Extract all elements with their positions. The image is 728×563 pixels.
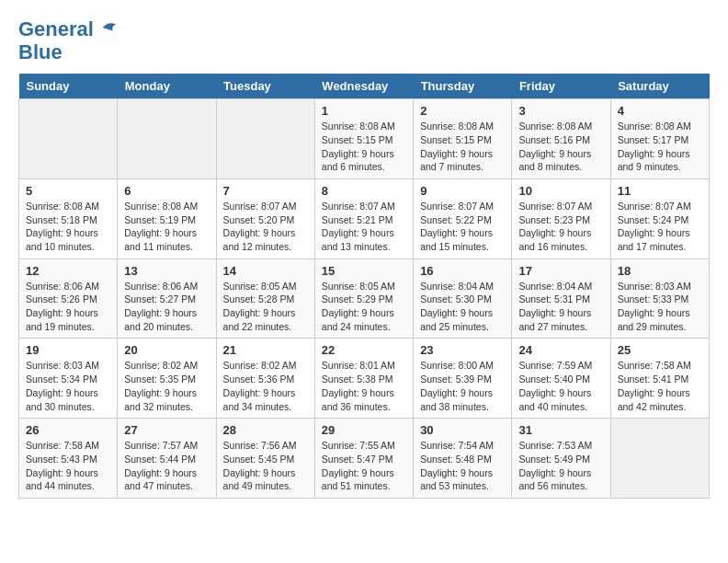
day-number: 28 xyxy=(223,423,308,437)
calendar-cell: 18Sunrise: 8:03 AM Sunset: 5:33 PM Dayli… xyxy=(610,259,709,339)
day-detail: Sunrise: 8:03 AM Sunset: 5:33 PM Dayligh… xyxy=(618,280,702,334)
calendar-cell: 6Sunrise: 8:08 AM Sunset: 5:19 PM Daylig… xyxy=(118,178,216,259)
calendar-cell: 10Sunrise: 8:07 AM Sunset: 5:23 PM Dayli… xyxy=(512,178,610,259)
day-number: 22 xyxy=(322,343,406,357)
day-detail: Sunrise: 8:08 AM Sunset: 5:17 PM Dayligh… xyxy=(618,120,702,174)
day-detail: Sunrise: 8:08 AM Sunset: 5:15 PM Dayligh… xyxy=(420,120,505,174)
calendar-cell: 20Sunrise: 8:02 AM Sunset: 5:35 PM Dayli… xyxy=(118,339,216,419)
day-detail: Sunrise: 8:07 AM Sunset: 5:21 PM Dayligh… xyxy=(322,200,406,254)
calendar-cell: 14Sunrise: 8:05 AM Sunset: 5:28 PM Dayli… xyxy=(216,259,314,339)
calendar-cell: 13Sunrise: 8:06 AM Sunset: 5:27 PM Dayli… xyxy=(118,259,216,339)
day-detail: Sunrise: 8:08 AM Sunset: 5:16 PM Dayligh… xyxy=(518,120,603,174)
day-number: 15 xyxy=(322,264,406,278)
calendar-table: SundayMondayTuesdayWednesdayThursdayFrid… xyxy=(18,74,710,499)
weekday-header-monday: Monday xyxy=(118,74,216,99)
day-number: 4 xyxy=(618,104,702,118)
weekday-header-wednesday: Wednesday xyxy=(314,74,413,99)
weekday-header-tuesday: Tuesday xyxy=(216,74,314,99)
week-row-2: 12Sunrise: 8:06 AM Sunset: 5:26 PM Dayli… xyxy=(19,259,710,339)
day-number: 3 xyxy=(518,104,603,118)
day-number: 18 xyxy=(618,264,702,278)
day-detail: Sunrise: 8:05 AM Sunset: 5:29 PM Dayligh… xyxy=(322,280,406,334)
day-detail: Sunrise: 8:08 AM Sunset: 5:19 PM Dayligh… xyxy=(124,200,209,254)
day-detail: Sunrise: 8:08 AM Sunset: 5:18 PM Dayligh… xyxy=(26,200,110,254)
calendar-cell: 28Sunrise: 7:56 AM Sunset: 5:45 PM Dayli… xyxy=(216,419,314,499)
page-header: General Blue xyxy=(18,18,710,64)
day-detail: Sunrise: 7:59 AM Sunset: 5:40 PM Dayligh… xyxy=(518,359,603,413)
day-number: 31 xyxy=(518,423,603,437)
day-number: 30 xyxy=(420,423,505,437)
logo: General Blue xyxy=(18,18,118,64)
day-detail: Sunrise: 8:02 AM Sunset: 5:35 PM Dayligh… xyxy=(124,359,209,413)
calendar-cell: 4Sunrise: 8:08 AM Sunset: 5:17 PM Daylig… xyxy=(610,99,709,179)
day-number: 20 xyxy=(124,343,209,357)
day-detail: Sunrise: 8:08 AM Sunset: 5:15 PM Dayligh… xyxy=(322,120,406,174)
calendar-cell: 27Sunrise: 7:57 AM Sunset: 5:44 PM Dayli… xyxy=(118,419,216,499)
calendar-cell: 3Sunrise: 8:08 AM Sunset: 5:16 PM Daylig… xyxy=(512,99,610,179)
day-detail: Sunrise: 8:07 AM Sunset: 5:22 PM Dayligh… xyxy=(420,200,505,254)
calendar-cell: 8Sunrise: 8:07 AM Sunset: 5:21 PM Daylig… xyxy=(314,178,413,259)
day-detail: Sunrise: 7:55 AM Sunset: 5:47 PM Dayligh… xyxy=(322,439,406,493)
day-detail: Sunrise: 8:05 AM Sunset: 5:28 PM Dayligh… xyxy=(223,280,308,334)
day-number: 17 xyxy=(518,264,603,278)
week-row-0: 1Sunrise: 8:08 AM Sunset: 5:15 PM Daylig… xyxy=(19,99,710,179)
calendar-cell xyxy=(118,99,216,179)
calendar-cell: 30Sunrise: 7:54 AM Sunset: 5:48 PM Dayli… xyxy=(414,419,512,499)
day-detail: Sunrise: 8:04 AM Sunset: 5:31 PM Dayligh… xyxy=(518,280,603,334)
day-number: 5 xyxy=(26,184,110,198)
day-number: 25 xyxy=(618,343,702,357)
day-detail: Sunrise: 8:00 AM Sunset: 5:39 PM Dayligh… xyxy=(420,359,505,413)
day-number: 11 xyxy=(618,184,702,198)
calendar-cell: 12Sunrise: 8:06 AM Sunset: 5:26 PM Dayli… xyxy=(19,259,118,339)
day-number: 29 xyxy=(322,423,406,437)
day-number: 26 xyxy=(26,423,110,437)
calendar-cell: 29Sunrise: 7:55 AM Sunset: 5:47 PM Dayli… xyxy=(314,419,413,499)
calendar-cell: 7Sunrise: 8:07 AM Sunset: 5:20 PM Daylig… xyxy=(216,178,314,259)
day-number: 23 xyxy=(420,343,505,357)
day-detail: Sunrise: 8:07 AM Sunset: 5:24 PM Dayligh… xyxy=(618,200,702,254)
day-number: 9 xyxy=(420,184,505,198)
day-number: 2 xyxy=(420,104,505,118)
day-number: 27 xyxy=(124,423,209,437)
day-number: 8 xyxy=(322,184,406,198)
day-detail: Sunrise: 8:02 AM Sunset: 5:36 PM Dayligh… xyxy=(223,359,308,413)
day-detail: Sunrise: 8:07 AM Sunset: 5:23 PM Dayligh… xyxy=(518,200,603,254)
day-number: 10 xyxy=(518,184,603,198)
calendar-cell: 31Sunrise: 7:53 AM Sunset: 5:49 PM Dayli… xyxy=(512,419,610,499)
day-number: 24 xyxy=(518,343,603,357)
day-detail: Sunrise: 7:56 AM Sunset: 5:45 PM Dayligh… xyxy=(223,439,308,493)
day-number: 12 xyxy=(26,264,110,278)
calendar-cell xyxy=(610,419,709,499)
calendar-cell: 22Sunrise: 8:01 AM Sunset: 5:38 PM Dayli… xyxy=(314,339,413,419)
calendar-cell: 2Sunrise: 8:08 AM Sunset: 5:15 PM Daylig… xyxy=(414,99,512,179)
calendar-cell: 16Sunrise: 8:04 AM Sunset: 5:30 PM Dayli… xyxy=(414,259,512,339)
calendar-cell: 1Sunrise: 8:08 AM Sunset: 5:15 PM Daylig… xyxy=(314,99,413,179)
day-detail: Sunrise: 8:03 AM Sunset: 5:34 PM Dayligh… xyxy=(26,359,110,413)
day-number: 19 xyxy=(26,343,110,357)
calendar-cell: 21Sunrise: 8:02 AM Sunset: 5:36 PM Dayli… xyxy=(216,339,314,419)
calendar-cell: 15Sunrise: 8:05 AM Sunset: 5:29 PM Dayli… xyxy=(314,259,413,339)
day-detail: Sunrise: 8:06 AM Sunset: 5:26 PM Dayligh… xyxy=(26,280,110,334)
logo-bird-icon xyxy=(101,19,118,36)
weekday-header-thursday: Thursday xyxy=(414,74,512,99)
day-detail: Sunrise: 8:04 AM Sunset: 5:30 PM Dayligh… xyxy=(420,280,505,334)
week-row-4: 26Sunrise: 7:58 AM Sunset: 5:43 PM Dayli… xyxy=(19,419,710,499)
day-detail: Sunrise: 7:57 AM Sunset: 5:44 PM Dayligh… xyxy=(124,439,209,493)
calendar-cell xyxy=(216,99,314,179)
weekday-header-saturday: Saturday xyxy=(610,74,709,99)
calendar-cell xyxy=(19,99,118,179)
weekday-header-friday: Friday xyxy=(512,74,610,99)
logo-blue: Blue xyxy=(18,40,118,64)
week-row-3: 19Sunrise: 8:03 AM Sunset: 5:34 PM Dayli… xyxy=(19,339,710,419)
calendar-cell: 5Sunrise: 8:08 AM Sunset: 5:18 PM Daylig… xyxy=(19,178,118,259)
day-detail: Sunrise: 8:07 AM Sunset: 5:20 PM Dayligh… xyxy=(223,200,308,254)
calendar-cell: 23Sunrise: 8:00 AM Sunset: 5:39 PM Dayli… xyxy=(414,339,512,419)
calendar-cell: 9Sunrise: 8:07 AM Sunset: 5:22 PM Daylig… xyxy=(414,178,512,259)
day-detail: Sunrise: 8:06 AM Sunset: 5:27 PM Dayligh… xyxy=(124,280,209,334)
day-number: 6 xyxy=(124,184,209,198)
calendar-cell: 19Sunrise: 8:03 AM Sunset: 5:34 PM Dayli… xyxy=(19,339,118,419)
calendar-cell: 17Sunrise: 8:04 AM Sunset: 5:31 PM Dayli… xyxy=(512,259,610,339)
day-detail: Sunrise: 7:58 AM Sunset: 5:41 PM Dayligh… xyxy=(618,359,702,413)
weekday-header-sunday: Sunday xyxy=(19,74,118,99)
calendar-cell: 25Sunrise: 7:58 AM Sunset: 5:41 PM Dayli… xyxy=(610,339,709,419)
